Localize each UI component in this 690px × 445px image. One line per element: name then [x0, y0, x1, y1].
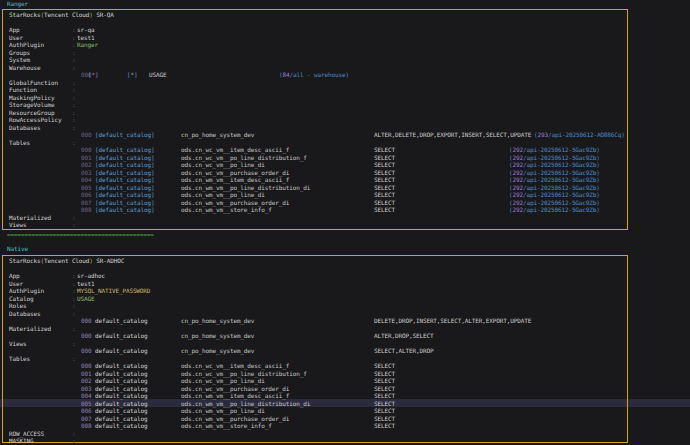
- field-colon: :: [72, 109, 76, 117]
- table-row: 002 default_catalog ods.cn_wc_vm__po_lin…: [3, 377, 627, 385]
- privileges: SELECT: [374, 191, 395, 199]
- field-colon: :: [72, 437, 76, 445]
- warehouse-entry-row: 000 [*] [*] USAGE (84/all - warehouse): [3, 71, 627, 79]
- policy-tag: (292/api-20250612-5Gac9Zb): [509, 161, 600, 169]
- field-row-resourcegroup: ResourceGroup :: [3, 109, 627, 117]
- views-entry-row: 000 default_catalog cn_po_home_system_de…: [3, 347, 627, 355]
- privileges: SELECT: [374, 385, 395, 393]
- entry-index: 000: [81, 362, 91, 370]
- field-label: GlobalFunction: [9, 79, 58, 87]
- section-separator: ========================================…: [7, 231, 154, 238]
- field-row-tables: Tables :: [3, 139, 627, 147]
- table-row: 008 default_catalog ods.cn_wm_vm__store_…: [3, 422, 627, 430]
- field-value: Ranger: [77, 41, 98, 49]
- privileges: SELECT: [374, 146, 395, 154]
- field-row-views: Views :: [3, 221, 627, 229]
- database-entry-row: 000 [default_catalog] cn_po_home_system_…: [3, 131, 627, 139]
- object-name: cn_po_home_system_dev: [181, 347, 254, 355]
- field-colon: :: [72, 355, 76, 363]
- field-colon: :: [72, 325, 76, 333]
- privileges: USAGE: [149, 71, 166, 79]
- field-colon: :: [72, 64, 76, 72]
- field-colon: :: [72, 340, 76, 348]
- field-row-storagevolume: StorageVolume :: [3, 101, 627, 109]
- field-row-masking: MASKING :: [3, 437, 627, 445]
- terminal-screen: Ranger StarRocks(Tencent Cloud) SR-QA Ap…: [0, 0, 690, 445]
- table-row: 006 default_catalog ods.cn_wm_vm__po_lin…: [3, 407, 627, 415]
- field-colon: :: [72, 79, 76, 87]
- catalog-name: default_catalog: [95, 415, 147, 423]
- table-row: 001 default_catalog ods.cn_wc_vm__po_lin…: [3, 370, 627, 378]
- field-colon: :: [72, 34, 76, 42]
- field-label: Warehouse: [9, 64, 40, 72]
- field-row-system: System :: [3, 56, 627, 64]
- table-row: 007 default_catalog ods.cn_wm_vm__purcha…: [3, 415, 627, 423]
- field-colon: :: [72, 214, 76, 222]
- field-row-roles: Roles :: [3, 302, 627, 310]
- object-name: ods.cn_wm_vm__store_info_f: [181, 422, 272, 430]
- table-row: 002 [default_catalog] ods.cn_wc_vm__po_l…: [3, 161, 627, 169]
- privileges: SELECT: [374, 422, 395, 430]
- entry-index: 008: [81, 206, 91, 214]
- privileges: SELECT: [374, 206, 395, 214]
- field-colon: :: [72, 56, 76, 64]
- field-colon: :: [72, 302, 76, 310]
- field-colon: :: [72, 280, 76, 288]
- privileges: ALTER,DROP,SELECT: [374, 332, 433, 340]
- panel-title: StarRocks(Tencent Cloud) SR-QA: [9, 11, 114, 19]
- field-colon: :: [72, 49, 76, 57]
- field-value: sr-qa: [77, 26, 94, 34]
- catalog-name: [default_catalog]: [95, 161, 154, 169]
- catalog-name: default_catalog: [95, 407, 147, 415]
- catalog-name: [default_catalog]: [95, 199, 154, 207]
- catalog-name: default_catalog: [95, 377, 147, 385]
- database-entry-row: 000 default_catalog cn_po_home_system_de…: [3, 317, 627, 325]
- field-label: Roles: [9, 302, 26, 310]
- entry-index: 000: [81, 317, 91, 325]
- object-name: ods.cn_wm_vm__po_line_distribution_di: [181, 184, 310, 192]
- entry-index: 007: [81, 199, 91, 207]
- entry-index: 004: [81, 176, 91, 184]
- field-colon: :: [72, 287, 76, 295]
- field-label: AuthPlugin: [9, 287, 44, 295]
- entry-index: 005: [81, 184, 91, 192]
- field-colon: :: [72, 272, 76, 280]
- catalog-name: default_catalog: [95, 422, 147, 430]
- catalog-name: default_catalog: [95, 370, 147, 378]
- entry-index: 007: [81, 415, 91, 423]
- entry-index: 001: [81, 370, 91, 378]
- policy-tag: (292/api-20250612-5Gac9Zb): [509, 169, 600, 177]
- field-row-maskingpolicy: MaskingPolicy :: [3, 94, 627, 102]
- object-name: ods.cn_wc_vm__po_line_di: [181, 377, 265, 385]
- blank-row: [3, 19, 627, 27]
- field-colon: :: [72, 26, 76, 34]
- entry-index: 000: [81, 332, 91, 340]
- catalog-name: [default_catalog]: [95, 146, 154, 154]
- catalog-name: [default_catalog]: [95, 184, 154, 192]
- privileges: SELECT: [374, 400, 395, 408]
- entry-index: 002: [81, 161, 91, 169]
- entry-index: 006: [81, 191, 91, 199]
- object-name: ods.cn_wc_vm__po_line_distribution_f: [181, 154, 307, 162]
- privileges: SELECT: [374, 169, 395, 177]
- table-row: 007 [default_catalog] ods.cn_wm_vm__purc…: [3, 199, 627, 207]
- object-name: cn_po_home_system_dev: [181, 332, 254, 340]
- field-value: test1: [77, 34, 94, 42]
- object-name: ods.cn_wm_vm__purchase_order_di: [181, 199, 289, 207]
- privileges: ALTER,DELETE,DROP,EXPORT,INSERT,SELECT,U…: [374, 131, 531, 139]
- field-colon: :: [72, 295, 76, 303]
- entry-index: 000: [81, 146, 91, 154]
- field-label: Views: [9, 340, 26, 348]
- object-name: ods.cn_wm_vm__po_line_di: [181, 191, 265, 199]
- field-label: AuthPlugin: [9, 41, 44, 49]
- ranger-panel: StarRocks(Tencent Cloud) SR-QA App : sr-…: [2, 9, 628, 230]
- field-row-app: App : sr-qa: [3, 26, 627, 34]
- materialized-entry-row: 000 default_catalog cn_po_home_system_de…: [3, 332, 627, 340]
- privileges: DELETE,DROP,INSERT,SELECT,ALTER,EXPORT,U…: [374, 317, 531, 325]
- entry-index: 001: [81, 154, 91, 162]
- catalog-name: [default_catalog]: [95, 206, 154, 214]
- field-row-user: User : test1: [3, 280, 627, 288]
- field-value: USAGE: [77, 295, 94, 303]
- panel-title: StarRocks(Tencent Cloud) SR-ADHOC: [9, 257, 124, 265]
- field-row-warehouse: Warehouse :: [3, 64, 627, 72]
